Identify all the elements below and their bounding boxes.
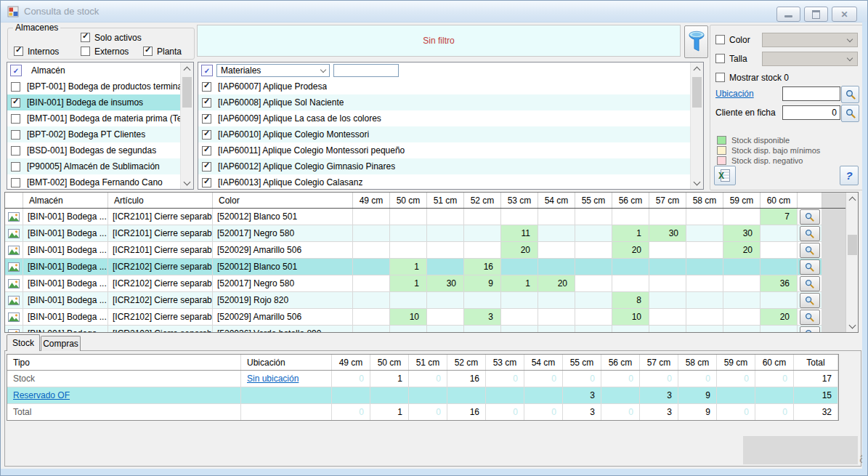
header-detail-column	[798, 193, 822, 208]
scroll-up-icon[interactable]	[181, 62, 193, 75]
checkbox-color[interactable]: Color	[715, 34, 750, 45]
ubicacion-input[interactable]	[782, 86, 840, 101]
export-excel-button[interactable]: X	[714, 166, 736, 185]
tab-stock[interactable]: Stock	[7, 334, 40, 351]
warehouse-item-row[interactable]: [BSD-001] Bodegas de segundas	[7, 142, 180, 158]
stock-grid-row[interactable]: [BIN-001] Bodega ...[ICR2101] Cierre sep…	[5, 209, 858, 225]
close-button[interactable]: ✕	[832, 7, 857, 22]
checkbox-internos[interactable]: Internos	[14, 46, 59, 57]
row-detail-button[interactable]	[800, 226, 820, 241]
stock-grid-row[interactable]: [BIN-001] Bodega ...[ICR2102] Cierre sep…	[5, 326, 858, 333]
materials-check-all-icon[interactable]	[201, 65, 213, 76]
material-item-checkbox[interactable]	[202, 130, 211, 140]
scroll-down-icon[interactable]	[846, 320, 858, 332]
materials-scrollbar[interactable]	[690, 62, 703, 189]
scroll-up-icon[interactable]	[691, 62, 703, 75]
stock-grid-row[interactable]: [BIN-001] Bodega ...[ICR2101] Cierre sep…	[5, 225, 858, 242]
detail-cell-size-qty: 0	[717, 404, 755, 420]
detail-cell-size-qty: 0	[563, 371, 601, 387]
material-item-row[interactable]: [IAP60007] Aplique Prodesa	[198, 78, 690, 94]
material-item-checkbox[interactable]	[202, 178, 211, 187]
filter-button[interactable]	[684, 25, 708, 58]
warehouse-item-checkbox[interactable]	[11, 162, 20, 172]
warehouse-scrollbar[interactable]	[180, 62, 193, 189]
checkbox-solo-activos[interactable]: Solo activos	[81, 32, 142, 43]
stock-grid-row[interactable]: [BIN-001] Bodega ...[ICR2102] Cierre sep…	[5, 292, 858, 309]
row-detail-button[interactable]	[800, 310, 820, 325]
talla-label: Talla	[729, 54, 747, 64]
material-item-checkbox[interactable]	[202, 114, 211, 124]
detail-row[interactable]: Total010160030390032	[7, 404, 838, 420]
tab-compras[interactable]: Compras	[41, 336, 81, 351]
talla-dropdown[interactable]	[762, 52, 858, 66]
row-detail-button[interactable]	[800, 276, 820, 291]
materials-type-dropdown[interactable]: Materiales	[216, 64, 330, 77]
minimize-button[interactable]	[776, 7, 800, 22]
color-checkbox[interactable]	[715, 35, 725, 44]
material-item-row[interactable]: [IAP60013] Aplique Colegio Calasanz	[198, 174, 690, 189]
stock-grid-scrollbar[interactable]	[845, 193, 858, 332]
row-detail-button[interactable]	[800, 243, 820, 258]
warehouse-check-all-icon[interactable]	[10, 65, 22, 76]
help-button[interactable]: ?	[840, 166, 859, 185]
warehouse-item-checkbox[interactable]	[11, 146, 20, 156]
material-item-row[interactable]: [IAP60012] Aplique Colegio Gimnasio Pina…	[198, 158, 690, 174]
material-item-checkbox[interactable]	[202, 82, 211, 92]
cliente-search-button[interactable]	[841, 105, 859, 122]
detail-row[interactable]: StockSin ubicación010160000000017	[7, 371, 838, 387]
internos-checkbox[interactable]	[14, 47, 23, 56]
planta-checkbox[interactable]	[143, 47, 153, 56]
checkbox-talla[interactable]: Talla	[715, 53, 747, 64]
sin-ubicacion-link[interactable]: Sin ubicación	[247, 374, 299, 384]
checkbox-mostrar-stock-0[interactable]: Mostrar stock 0	[715, 72, 789, 83]
warehouse-item-row[interactable]: [BPT-001] Bodega de productos terminad..…	[7, 78, 180, 94]
scrollbar-thumb[interactable]	[692, 77, 702, 108]
row-detail-button[interactable]	[800, 259, 820, 275]
row-detail-button[interactable]	[800, 293, 820, 308]
checkbox-externos[interactable]: Externos	[81, 46, 129, 57]
reservado-of-link[interactable]: Reservado OF	[13, 390, 70, 400]
row-detail-button[interactable]	[800, 326, 820, 334]
externos-checkbox[interactable]	[81, 47, 90, 56]
warehouse-item-row[interactable]: [BMT-002] Bodega Fernando Cano	[7, 174, 180, 189]
header-size: 60 cm	[760, 193, 798, 208]
material-item-checkbox[interactable]	[202, 162, 211, 172]
mostrar-stock-0-checkbox[interactable]	[715, 73, 725, 82]
material-item-checkbox[interactable]	[202, 98, 211, 108]
warehouse-item-row[interactable]: [BPT-002] Bodega PT Clientes	[7, 126, 180, 142]
talla-checkbox[interactable]	[715, 54, 725, 63]
warehouse-item-checkbox[interactable]	[11, 82, 20, 92]
color-dropdown[interactable]	[762, 33, 858, 47]
detail-row[interactable]: Reservado OF33915	[7, 387, 838, 404]
material-item-row[interactable]: [IAP60010] Aplique Colegio Montessori	[198, 126, 690, 142]
warehouse-item-row[interactable]: [P90005] Almacén de Sublimación	[7, 158, 180, 174]
materials-search-input[interactable]	[333, 64, 399, 77]
warehouse-item-checkbox[interactable]	[11, 114, 20, 124]
warehouse-item-row[interactable]: [BMT-001] Bodega de materia prima (Telas…	[7, 110, 180, 126]
scroll-up-icon[interactable]	[846, 193, 858, 205]
stock-grid-row[interactable]: [BIN-001] Bodega ...[ICR2101] Cierre sep…	[5, 242, 858, 259]
ubicacion-search-button[interactable]	[841, 86, 859, 103]
material-item-row[interactable]: [IAP60009] Aplique La casa de los colore…	[198, 110, 690, 126]
stock-grid-row[interactable]: [BIN-001] Bodega ...[ICR2102] Cierre sep…	[5, 259, 858, 275]
warehouse-item-row[interactable]: [BIN-001] Bodega de insumos	[7, 94, 180, 110]
warehouse-item-checkbox[interactable]	[11, 130, 20, 140]
stock-grid-row[interactable]: [BIN-001] Bodega ...[ICR2102] Cierre sep…	[5, 309, 858, 326]
material-item-checkbox[interactable]	[202, 146, 211, 156]
cliente-en-ficha-input[interactable]	[782, 105, 840, 120]
warehouse-item-checkbox[interactable]	[11, 98, 20, 108]
scroll-down-icon[interactable]	[181, 177, 193, 189]
stock-grid-row[interactable]: [BIN-001] Bodega ...[ICR2102] Cierre sep…	[5, 275, 858, 292]
scrollbar-thumb[interactable]	[848, 235, 857, 255]
row-detail-button[interactable]	[800, 209, 820, 225]
solo-activos-checkbox[interactable]	[81, 33, 90, 42]
scroll-down-icon[interactable]	[691, 177, 703, 189]
checkbox-planta[interactable]: Planta	[143, 46, 182, 57]
cell-almacen: [BIN-001] Bodega ...	[23, 242, 108, 258]
scrollbar-thumb[interactable]	[182, 77, 192, 108]
ubicacion-link[interactable]: Ubicación	[715, 89, 754, 99]
restore-button[interactable]	[804, 7, 828, 22]
material-item-row[interactable]: [IAP60011] Aplique Colegio Montessori pe…	[198, 142, 690, 158]
warehouse-item-checkbox[interactable]	[11, 178, 20, 187]
material-item-row[interactable]: [IAP60008] Aplique Sol Naciente	[198, 94, 690, 110]
